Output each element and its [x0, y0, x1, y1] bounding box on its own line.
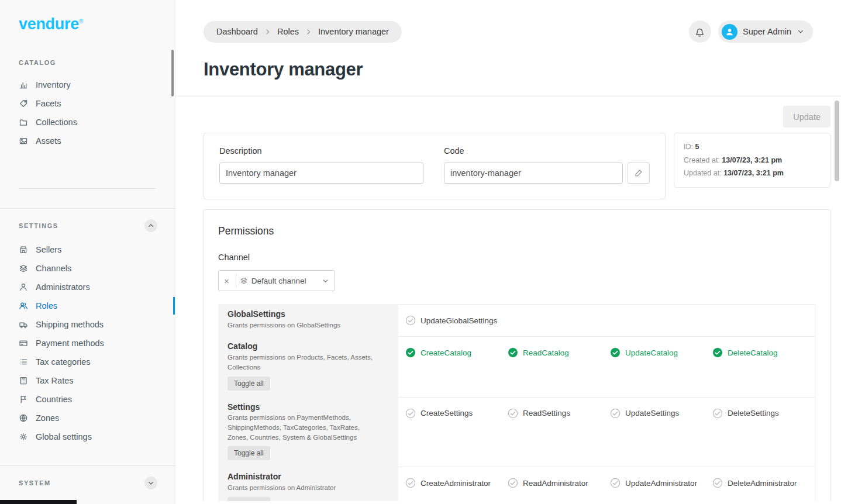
permission-checkbox-createsettings[interactable]: CreateSettings — [405, 406, 508, 420]
global-settings-icon — [19, 432, 28, 441]
sidebar-item-label: Countries — [36, 395, 72, 404]
permission-checkbox-updateglobalsettings[interactable]: UpdateGlobalSettings — [405, 313, 508, 327]
permission-checkbox-readsettings[interactable]: ReadSettings — [508, 406, 610, 420]
sidebar-item-label: Sellers — [36, 245, 61, 254]
page-content: Update Description Code — [175, 96, 841, 504]
sidebar-item-channels[interactable]: Channels — [0, 259, 175, 278]
code-input[interactable] — [444, 163, 623, 184]
sidebar-section-heading-catalog: CATALOG — [0, 33, 175, 75]
sidebar-item-label: Administrators — [36, 282, 90, 292]
code-label: Code — [444, 146, 650, 156]
sidebar-divider — [19, 188, 156, 189]
permission-label: UpdateSettings — [625, 409, 679, 417]
sidebar-item-sellers[interactable]: Sellers — [0, 240, 175, 259]
toggle-all-button[interactable]: Toggle all — [228, 377, 270, 391]
sidebar-item-zones[interactable]: Zones — [0, 409, 175, 427]
sidebar: vendure® CATALOGInventoryFacetsCollectio… — [0, 0, 175, 504]
zones-icon — [19, 413, 28, 423]
permission-label: ReadAdministrator — [523, 479, 588, 488]
edit-code-button[interactable] — [628, 163, 650, 184]
breadcrumb-item-roles[interactable]: Roles — [277, 27, 299, 36]
sidebar-section-label: SETTINGS — [19, 222, 58, 229]
main-area: DashboardRolesInventory manager Super Ad… — [175, 0, 841, 504]
permission-checkbox-deletesettings[interactable]: DeleteSettings — [712, 406, 815, 420]
permission-group-info: SettingsGrants permissions on PaymentMet… — [218, 397, 398, 467]
permissions-title: Permissions — [218, 225, 815, 237]
notifications-button[interactable] — [689, 20, 711, 43]
channel-layers-icon — [240, 277, 248, 285]
sidebar-item-shipping-methods[interactable]: Shipping methods — [0, 315, 175, 334]
sidebar-item-tax-rates[interactable]: Tax Rates — [0, 371, 175, 390]
permission-label: DeleteSettings — [728, 409, 779, 417]
remove-channel-button[interactable]: × — [221, 276, 232, 286]
permission-checkbox-deleteadministrator[interactable]: DeleteAdministrator — [712, 476, 815, 490]
permission-checkbox-createcatalog[interactable]: CreateCatalog — [405, 346, 508, 360]
chevron-right-icon — [264, 28, 271, 36]
permission-label: CreateAdministrator — [420, 479, 491, 488]
chip-divider — [236, 274, 236, 287]
chevron-down-icon — [797, 27, 805, 36]
sidebar-item-tax-categories[interactable]: Tax categories — [0, 353, 175, 371]
chevron-right-icon — [305, 28, 312, 36]
permission-row-globalsettings: GlobalSettingsGrants permissions on Glob… — [218, 304, 815, 336]
page-scrollbar-thumb[interactable] — [835, 101, 839, 181]
section-collapse-button[interactable] — [144, 219, 157, 232]
inventory-icon — [19, 80, 28, 89]
permission-checkbox-readadministrator[interactable]: ReadAdministrator — [508, 476, 610, 490]
sidebar-scrollbar-thumb[interactable] — [171, 50, 174, 96]
permission-label: UpdateAdministrator — [625, 479, 697, 488]
administrators-icon — [19, 282, 28, 292]
checkbox-unchecked-icon — [508, 478, 518, 488]
user-name: Super Admin — [743, 27, 791, 36]
permission-label: UpdateCatalog — [625, 348, 678, 357]
permission-group-info: GlobalSettingsGrants permissions on Glob… — [218, 304, 398, 336]
permission-group-name: Catalog — [228, 341, 390, 351]
sidebar-item-countries[interactable]: Countries — [0, 390, 175, 409]
permission-checkbox-updatesettings[interactable]: UpdateSettings — [610, 406, 712, 420]
channels-icon — [19, 264, 28, 273]
entity-info-panel: ID: 5 Created at: 13/07/23, 3:21 pm Upda… — [674, 133, 830, 188]
checkbox-checked-icon — [405, 347, 416, 358]
sidebar-item-collections[interactable]: Collections — [0, 113, 175, 132]
roles-icon — [19, 301, 28, 310]
description-input[interactable] — [219, 163, 423, 184]
permission-label: DeleteCatalog — [728, 348, 778, 357]
permission-items: UpdateGlobalSettings — [398, 304, 815, 336]
sidebar-item-administrators[interactable]: Administrators — [0, 278, 175, 296]
permission-checkbox-createadministrator[interactable]: CreateAdministrator — [405, 476, 508, 490]
permission-checkbox-deletecatalog[interactable]: DeleteCatalog — [712, 346, 815, 360]
sidebar-item-label: Roles — [36, 301, 57, 310]
role-detail-card: Description Code — [204, 133, 666, 199]
toggle-all-button[interactable]: Toggle all — [228, 497, 270, 501]
section-collapse-button[interactable] — [144, 477, 157, 489]
sidebar-item-label: Tax Rates — [36, 376, 73, 385]
sidebar-item-payment-methods[interactable]: Payment methods — [0, 334, 175, 353]
countries-icon — [19, 395, 28, 404]
checkbox-unchecked-icon — [405, 315, 416, 326]
sidebar-item-global-settings[interactable]: Global settings — [0, 427, 175, 446]
permission-label: CreateSettings — [420, 409, 473, 417]
channel-selected-value: Default channel — [251, 277, 306, 285]
payment-methods-icon — [19, 339, 28, 348]
shipping-methods-icon — [19, 320, 28, 329]
sidebar-item-facets[interactable]: Facets — [0, 94, 175, 113]
user-menu-button[interactable]: Super Admin — [718, 20, 813, 43]
id-label: ID: — [684, 143, 693, 151]
logo-mark: ® — [79, 18, 83, 25]
permission-row-settings: SettingsGrants permissions on PaymentMet… — [218, 397, 815, 467]
sidebar-item-inventory[interactable]: Inventory — [0, 75, 175, 94]
permission-checkbox-updatecatalog[interactable]: UpdateCatalog — [610, 346, 712, 360]
checkbox-checked-icon — [712, 347, 723, 358]
sidebar-item-assets[interactable]: Assets — [0, 132, 175, 150]
toggle-all-button[interactable]: Toggle all — [228, 446, 270, 460]
permission-group-info: CatalogGrants permissions on Products, F… — [218, 336, 398, 396]
sidebar-section-heading-settings: SETTINGS — [0, 209, 175, 240]
permission-label: DeleteAdministrator — [728, 479, 797, 488]
channel-select[interactable]: × Default channel — [218, 270, 335, 291]
update-button[interactable]: Update — [783, 106, 830, 127]
checkbox-unchecked-icon — [508, 408, 518, 419]
permission-checkbox-readcatalog[interactable]: ReadCatalog — [508, 346, 610, 360]
permission-checkbox-updateadministrator[interactable]: UpdateAdministrator — [610, 476, 712, 490]
sidebar-item-roles[interactable]: Roles — [0, 296, 175, 315]
breadcrumb-item-dashboard[interactable]: Dashboard — [216, 27, 258, 36]
